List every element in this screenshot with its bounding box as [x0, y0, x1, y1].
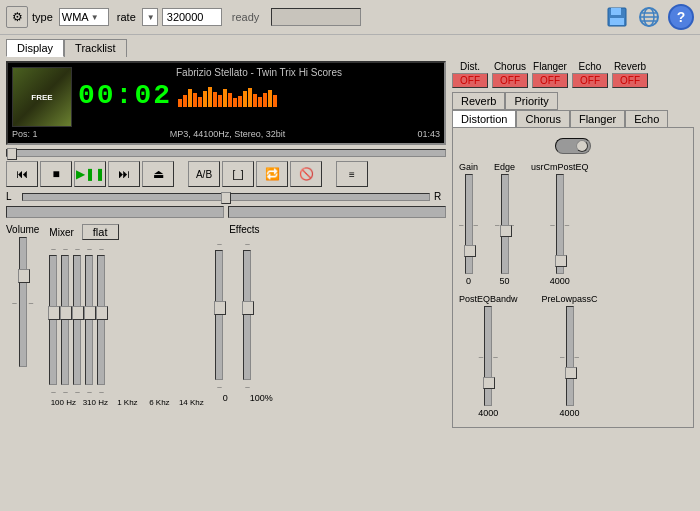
tab-chorus[interactable]: Chorus	[516, 110, 569, 127]
speed-slider[interactable]	[243, 250, 251, 380]
prev-button[interactable]: ⏮	[6, 161, 38, 187]
gain-handle[interactable]	[464, 245, 476, 257]
reverb-off-btn[interactable]: OFF	[612, 73, 648, 88]
spectrum-bar	[218, 95, 222, 107]
play-pause-button[interactable]: ▶❚❚	[74, 161, 106, 187]
hslider-row	[6, 206, 446, 218]
volume-handle[interactable]	[18, 269, 30, 283]
no-button[interactable]: 🚫	[290, 161, 322, 187]
tab-distortion[interactable]: Distortion	[452, 110, 516, 127]
hslider-left[interactable]	[6, 206, 224, 218]
mixer-slider-2[interactable]	[61, 255, 69, 385]
rate-dropdown[interactable]: ▼	[142, 8, 158, 26]
pitch-handle[interactable]	[214, 301, 226, 315]
pitch-value-label: 0	[215, 393, 235, 403]
duration-label: 01:43	[417, 129, 440, 139]
post-handle[interactable]	[483, 377, 495, 389]
balance-track[interactable]	[22, 193, 430, 201]
type-dropdown-arrow: ▼	[91, 13, 99, 22]
pre-label: PreLowpassC	[542, 294, 598, 304]
tab-tracklist[interactable]: Tracklist	[64, 39, 127, 57]
rate-label: rate	[117, 11, 136, 23]
chorus-off-btn[interactable]: OFF	[492, 73, 528, 88]
gain-val: 0	[466, 276, 471, 286]
volume-group: Volume – –	[6, 224, 39, 367]
usr-group: usrCmPostEQ – – 4000	[531, 162, 589, 286]
left-panel: FREE Fabrizio Stellato - Twin Trix Hi Sc…	[6, 61, 446, 428]
ab-button[interactable]: A/B	[188, 161, 220, 187]
usr-slider[interactable]	[556, 174, 564, 274]
tab-display[interactable]: Display	[6, 39, 64, 57]
player-display: FREE Fabrizio Stellato - Twin Trix Hi Sc…	[6, 61, 446, 145]
menu-button[interactable]: ≡	[336, 161, 368, 187]
balance-handle[interactable]	[221, 192, 231, 204]
usr-handle[interactable]	[555, 255, 567, 267]
dist-off-btn[interactable]: OFF	[452, 73, 488, 88]
echo-off-btn[interactable]: OFF	[572, 73, 608, 88]
repeat-button[interactable]: 🔁	[256, 161, 288, 187]
mixer-slider-1[interactable]	[49, 255, 57, 385]
svg-rect-2	[610, 18, 624, 25]
mixer-handle-2[interactable]	[60, 306, 72, 320]
track-title: Fabrizio Stellato - Twin Trix Hi Scores	[78, 67, 440, 78]
mixer-handle-4[interactable]	[84, 306, 96, 320]
speed-value-label: 100%	[249, 393, 273, 403]
spectrum-bar	[228, 93, 232, 107]
type-dropdown[interactable]: WMA ▼	[59, 8, 109, 26]
mixer-slider-3[interactable]	[73, 255, 81, 385]
save-icon[interactable]	[604, 4, 630, 30]
spectrum-bar	[238, 96, 242, 107]
usr-label: usrCmPostEQ	[531, 162, 589, 172]
reverb-label: Reverb	[614, 61, 646, 72]
flat-button[interactable]: flat	[82, 224, 119, 240]
spectrum	[178, 87, 277, 107]
seek-bar[interactable]	[6, 149, 446, 157]
speed-handle[interactable]	[242, 301, 254, 315]
tab-priority[interactable]: Priority	[505, 92, 557, 110]
pitch-slider[interactable]	[215, 250, 223, 380]
chorus-label: Chorus	[494, 61, 526, 72]
spectrum-bar	[248, 88, 252, 107]
progress-bar	[271, 8, 361, 26]
help-button[interactable]: ?	[668, 4, 694, 30]
mixer-handle-3[interactable]	[72, 306, 84, 320]
web-icon[interactable]	[636, 4, 662, 30]
chorus-group: Chorus OFF	[492, 61, 528, 88]
settings-icon[interactable]: ⚙	[6, 6, 28, 28]
distortion-toggle[interactable]	[555, 138, 591, 154]
seek-bar-container[interactable]	[6, 149, 446, 157]
ab2-button[interactable]: [_]	[222, 161, 254, 187]
pre-slider[interactable]	[566, 306, 574, 406]
edge-val: 50	[500, 276, 510, 286]
edge-handle[interactable]	[500, 225, 512, 237]
pre-handle[interactable]	[565, 367, 577, 379]
freq-310hz: 310 Hz	[81, 398, 109, 407]
seek-handle[interactable]	[7, 148, 17, 160]
tab-reverb[interactable]: Reverb	[452, 92, 505, 110]
fx-sliders-bottom: PostEQBandw – – 4000 PreLowpassC –	[459, 294, 687, 418]
mixer-handle-1[interactable]	[48, 306, 60, 320]
tab-flanger[interactable]: Flanger	[570, 110, 625, 127]
eject-button[interactable]: ⏏	[142, 161, 174, 187]
hslider-right[interactable]	[228, 206, 446, 218]
gain-group: Gain – – 0	[459, 162, 478, 286]
type-label: type	[32, 11, 53, 23]
post-slider[interactable]	[484, 306, 492, 406]
mixer-handle-5[interactable]	[96, 306, 108, 320]
bottom-section: Volume – – Mixer flat –	[6, 224, 446, 407]
mixer-slider-5[interactable]	[97, 255, 105, 385]
tab-echo[interactable]: Echo	[625, 110, 668, 127]
balance-row: L R	[6, 191, 446, 202]
edge-slider[interactable]	[501, 174, 509, 274]
stop-button[interactable]: ■	[40, 161, 72, 187]
freq-6khz: 6 Khz	[145, 398, 173, 407]
flanger-off-btn[interactable]: OFF	[532, 73, 568, 88]
volume-slider[interactable]	[19, 237, 27, 367]
mixer-slider-4[interactable]	[85, 255, 93, 385]
fx-panel-content: Gain – – 0 Edge –	[452, 128, 694, 428]
mixer-label: Mixer	[49, 227, 73, 238]
next-button[interactable]: ⏭	[108, 161, 140, 187]
dist-label: Dist.	[460, 61, 480, 72]
freq-labels: 100 Hz 310 Hz 1 Khz 6 Khz 14 Khz	[49, 398, 205, 407]
gain-slider[interactable]	[465, 174, 473, 274]
